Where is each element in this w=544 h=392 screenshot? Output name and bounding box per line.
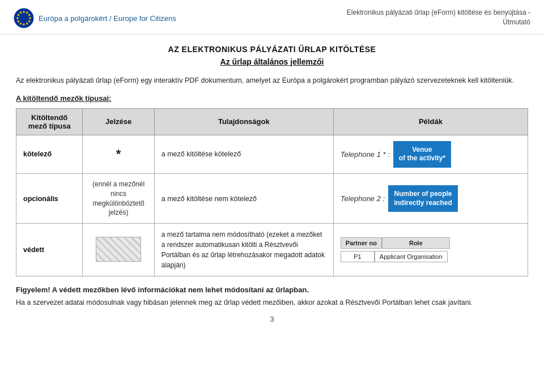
vedett-example-container: Partner no Role P1 Applicant Organisatio… xyxy=(341,237,521,262)
role-header: Role xyxy=(382,237,450,249)
fields-table: Kitöltendő mező típusa Jelzése Tulajdons… xyxy=(16,108,528,276)
header-right-title: Elektronikus pályázati űrlap (eForm) kit… xyxy=(347,8,530,27)
example-kotelező: Telephone 1 * : Venueof the activity* xyxy=(341,141,521,168)
cell-pelda-vedett: Partner no Role P1 Applicant Organisatio… xyxy=(333,224,528,276)
example-opcionalis: Telephone 2 : Number of peopleindirectly… xyxy=(341,185,521,212)
applicant-org-cell: Applicant Organisation xyxy=(375,251,448,262)
table-row-kotelező: kötelező * a mező kitöltése kötelező Tel… xyxy=(16,135,528,173)
vedett-props-text: a mező tartalma nem módosítható (ezeket … xyxy=(162,231,325,269)
cell-pelda-kotelező: Telephone 1 * : Venueof the activity* xyxy=(333,135,528,173)
opcionalis-note: (ennél a mezőnél nincs megkülönböztető j… xyxy=(92,180,144,216)
col-header-type: Kitöltendő mező típusa xyxy=(16,108,83,135)
page-main-title: AZ ELEKTRONIKUS PÁLYÁZATI ŰRLAP KITÖLTÉS… xyxy=(16,45,528,54)
cell-type-opcionalis: opcionális xyxy=(16,173,83,223)
page-header: Európa a polgárokért / Europe for Citize… xyxy=(0,0,544,35)
cell-props-kotelező: a mező kitöltése kötelező xyxy=(154,135,333,173)
partner-data-row: P1 Applicant Organisation xyxy=(341,251,521,262)
hatch-pattern-icon xyxy=(96,237,141,262)
header-left-title: Európa a polgárokért / Europe for Citize… xyxy=(39,14,176,23)
page-number: 3 xyxy=(16,315,528,323)
cell-type-vedett: védett xyxy=(16,224,83,276)
table-row-opcionális: opcionális (ennél a mezőnél nincs megkül… xyxy=(16,173,528,223)
section-heading: A kitöltendő mezők típusai: xyxy=(16,94,528,103)
footnote2: Ha a szervezet adatai módosulnak vagy hi… xyxy=(16,297,528,308)
asterisk-symbol: * xyxy=(116,147,121,161)
col-header-jelzes: Jelzése xyxy=(83,108,154,135)
venue-bluebox: Venueof the activity* xyxy=(393,141,451,168)
col-header-pelda: Példák xyxy=(333,108,528,135)
footnote-bold: Figyelem! A védett mezőkben lévő informá… xyxy=(16,286,528,294)
partner-no-header: Partner no xyxy=(341,237,382,249)
telephone-2-label: Telephone 2 : xyxy=(341,194,385,203)
partner-header-row: Partner no Role xyxy=(341,237,521,249)
intro-text: Az elektronikus pályázati űrlap (eForm) … xyxy=(16,75,528,86)
table-row-védett: védett a mező tartalma nem módosítható (… xyxy=(16,224,528,276)
cell-jelzes-opcionalis: (ennél a mezőnél nincs megkülönböztető j… xyxy=(83,173,154,223)
cell-jelzes-kotelező: * xyxy=(83,135,154,173)
cell-jelzes-vedett xyxy=(83,224,154,276)
eu-logo-icon xyxy=(14,8,34,28)
cell-props-vedett: a mező tartalma nem módosítható (ezeket … xyxy=(154,224,333,276)
col-header-props: Tulajdonságok xyxy=(154,108,333,135)
page-sub-title: Az űrlap általános jellemzői xyxy=(16,57,528,66)
cell-props-opcionalis: a mező kitöltése nem kötelező xyxy=(154,173,333,223)
partner-example: Partner no Role P1 Applicant Organisatio… xyxy=(341,237,521,262)
number-people-bluebox: Number of peopleindirectly reached xyxy=(388,185,458,212)
main-content: AZ ELEKTRONIKUS PÁLYÁZATI ŰRLAP KITÖLTÉS… xyxy=(0,35,544,331)
header-left: Európa a polgárokért / Europe for Citize… xyxy=(14,8,176,28)
telephone-1-label: Telephone 1 * : xyxy=(341,150,390,159)
cell-type-kotelező: kötelező xyxy=(16,135,83,173)
partner-p1-cell: P1 xyxy=(341,251,375,262)
cell-pelda-opcionalis: Telephone 2 : Number of peopleindirectly… xyxy=(333,173,528,223)
footnote1-text: A védett mezőkben lévő információkat nem… xyxy=(50,286,309,294)
